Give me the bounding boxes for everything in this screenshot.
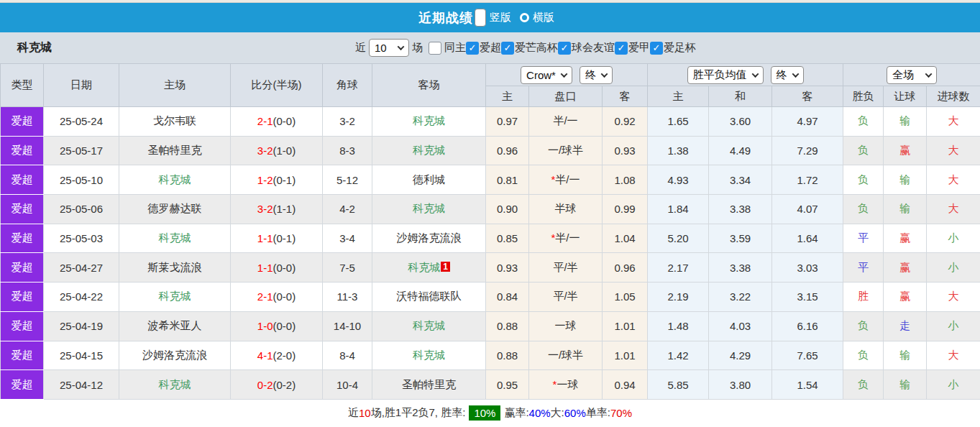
odds-group-header: Crow* 终 <box>486 64 648 86</box>
summary-text: 40% <box>529 407 551 419</box>
handicap-cell: 一球 <box>529 311 603 341</box>
away-team-cell[interactable]: 科克城1 <box>372 253 486 283</box>
score-cell: 1-1(0-0) <box>231 253 323 283</box>
handicap-cell: 平/半 <box>529 253 603 283</box>
radio-vertical-label[interactable]: 竖版 <box>490 11 511 24</box>
odds-away-cell: 0.94 <box>603 370 648 400</box>
mean-home-cell: 5.20 <box>648 224 709 253</box>
competition-checkbox[interactable]: ✓ <box>466 42 479 55</box>
goals-cell: 小 <box>927 253 980 283</box>
red-card-badge: 1 <box>441 262 450 272</box>
league-badge: 爱超 <box>1 195 44 224</box>
away-team-cell[interactable]: 科克城 <box>372 195 486 224</box>
mean-away-cell: 1.72 <box>772 165 843 195</box>
mean-home-cell: 2.19 <box>648 283 709 312</box>
handicap-cell: 半球 <box>529 195 603 224</box>
radio-horizontal-label[interactable]: 横版 <box>533 11 554 24</box>
mean-home-cell: 1.84 <box>648 195 709 224</box>
same-home-checkbox[interactable] <box>429 42 441 55</box>
league-badge: 爱超 <box>1 311 44 341</box>
league-badge: 爱超 <box>1 341 44 370</box>
home-team-cell[interactable]: 科克城 <box>119 283 231 312</box>
away-team-cell[interactable]: 德利城 <box>372 165 486 195</box>
match-row: 爱超 25-04-12 科克城 0-2(0-2) 10-4 圣帕特里克 0.95… <box>1 370 980 400</box>
league-badge: 爱超 <box>1 283 44 312</box>
away-team-cell[interactable]: 沃特福德联队 <box>372 283 486 312</box>
odds-away-cell: 1.04 <box>603 224 648 253</box>
score-cell: 0-2(0-2) <box>231 370 323 400</box>
corner-cell: 3-4 <box>323 224 372 253</box>
filter-controls: 近 10 场 同主 ✓爱超✓爱芒高杯✓球会友谊✓爱甲✓爱足杯 <box>284 39 696 57</box>
competition-checkbox[interactable]: ✓ <box>558 42 571 55</box>
result-cell: 平 <box>843 253 884 283</box>
score-cell: 3-2(1-1) <box>231 195 323 224</box>
handicap-cell: 平/半 <box>529 283 603 312</box>
competition-filter-list: ✓爱超✓爱芒高杯✓球会友谊✓爱甲✓爱足杯 <box>466 41 696 55</box>
result-cell: 负 <box>843 107 884 137</box>
match-row: 爱超 25-05-10 科克城 1-2(0-1) 5-12 德利城 0.81 *… <box>1 165 980 195</box>
odds-time-select[interactable]: 终 <box>580 66 613 84</box>
summary-text: 10 <box>359 407 371 419</box>
away-team-cell[interactable]: 科克城 <box>372 311 486 341</box>
chevron-down-icon <box>398 43 405 50</box>
handicap-result-cell: 输 <box>884 195 927 224</box>
odds-provider-select[interactable]: Crow* <box>521 66 572 84</box>
radio-vertical-layout[interactable] <box>475 9 486 27</box>
handicap-result-cell: 输 <box>884 370 927 400</box>
match-row: 爱超 25-04-19 波希米亚人 1-0(0-0) 14-10 科克城 0.8… <box>1 311 980 341</box>
home-team-cell[interactable]: 波希米亚人 <box>119 311 231 341</box>
summary-text: 单率: <box>586 406 610 420</box>
competition-filter: ✓爱甲 <box>615 41 650 55</box>
score-cell: 2-1(0-0) <box>231 107 323 137</box>
summary-text: 场,胜1平2负7, 胜率: <box>371 406 466 420</box>
mean-away-cell: 1.64 <box>772 224 843 253</box>
mean-draw-cell: 3.80 <box>709 370 772 400</box>
home-team-cell[interactable]: 科克城 <box>119 165 231 195</box>
recent-count-select[interactable]: 10 <box>369 39 409 57</box>
corner-cell: 5-12 <box>323 165 372 195</box>
home-team-cell[interactable]: 沙姆洛克流浪 <box>119 341 231 370</box>
home-team-cell[interactable]: 戈尔韦联 <box>119 107 231 137</box>
mean-home-cell: 5.85 <box>648 370 709 400</box>
away-team-cell[interactable]: 圣帕特里克 <box>372 370 486 400</box>
home-team-cell[interactable]: 德罗赫达联 <box>119 195 231 224</box>
chevron-down-icon <box>751 70 759 78</box>
mean-draw-cell: 3.22 <box>709 283 772 312</box>
home-team-cell[interactable]: 科克城 <box>119 224 231 253</box>
home-team-cell[interactable]: 科克城 <box>119 370 231 400</box>
mean-type-select[interactable]: 胜平负均值 <box>687 66 764 84</box>
odds-home-cell: 0.95 <box>486 370 529 400</box>
result-cell: 负 <box>843 165 884 195</box>
handicap-cell: *一球 <box>529 370 603 400</box>
result-cell: 负 <box>843 195 884 224</box>
table-header: 类型 日期 主场 比分(半场) 角球 客场 Crow* 终 <box>1 64 980 107</box>
goals-cell: 大 <box>927 195 980 224</box>
match-row: 爱超 25-05-03 科克城 1-1(0-1) 3-4 沙姆洛克流浪 0.85… <box>1 224 980 253</box>
away-team-cell[interactable]: 科克城 <box>372 107 486 137</box>
competition-checkbox[interactable]: ✓ <box>615 42 628 55</box>
date-cell: 25-04-12 <box>44 370 119 400</box>
competition-checkbox[interactable]: ✓ <box>650 42 663 55</box>
score-cell: 1-0(0-0) <box>231 311 323 341</box>
league-badge: 爱超 <box>1 136 44 165</box>
away-team-cell[interactable]: 科克城 <box>372 136 486 165</box>
competition-checkbox[interactable]: ✓ <box>501 42 514 55</box>
mean-time-select[interactable]: 终 <box>771 66 804 84</box>
match-row: 爱超 25-04-27 斯莱戈流浪 1-1(0-0) 7-5 科克城1 0.93… <box>1 253 980 283</box>
date-cell: 25-05-10 <box>44 165 119 195</box>
league-badge: 爱超 <box>1 370 44 400</box>
odds-home-cell: 0.90 <box>486 195 529 224</box>
recent-count-value: 10 <box>375 42 387 54</box>
sub-mean-home: 主 <box>648 86 709 107</box>
scope-select[interactable]: 全场 <box>887 66 937 84</box>
odds-home-cell: 0.93 <box>486 253 529 283</box>
home-team-cell[interactable]: 斯莱戈流浪 <box>119 253 231 283</box>
away-team-cell[interactable]: 科克城 <box>372 341 486 370</box>
mean-home-cell: 2.17 <box>648 253 709 283</box>
away-team-cell[interactable]: 沙姆洛克流浪 <box>372 224 486 253</box>
radio-horizontal-layout[interactable] <box>520 13 529 22</box>
result-cell: 胜 <box>843 283 884 312</box>
home-team-cell[interactable]: 圣帕特里克 <box>119 136 231 165</box>
mean-draw-cell: 4.03 <box>709 311 772 341</box>
odds-away-cell: 1.08 <box>603 165 648 195</box>
